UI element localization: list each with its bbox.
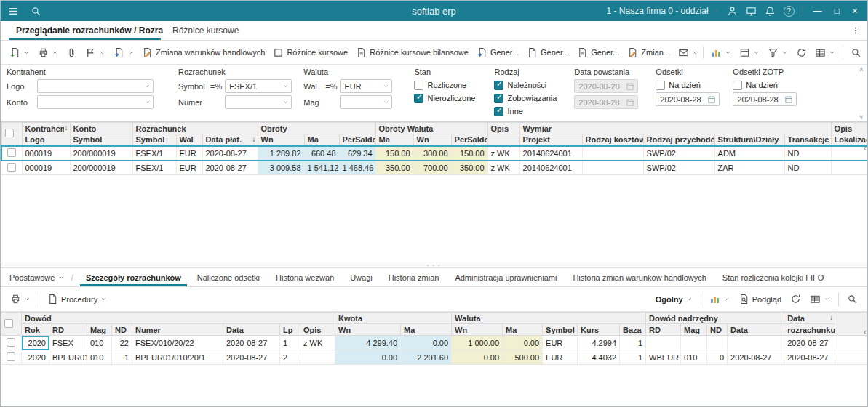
row-checkbox[interactable] (1, 350, 22, 365)
column-header[interactable]: Wal (176, 134, 202, 146)
column-header[interactable]: Ma (503, 324, 543, 336)
generuj-button-3[interactable]: Gener... (573, 44, 623, 61)
cell[interactable]: 2020-08-27 (202, 161, 258, 175)
tabbar-overflow-menu[interactable] (844, 21, 867, 40)
column-header[interactable]: Symbol (70, 134, 132, 146)
cell[interactable]: 1 (280, 336, 300, 350)
cell[interactable]: 150.00 (375, 146, 413, 161)
cell[interactable]: EUR (176, 146, 202, 161)
checkbox-inne[interactable]: Inne (494, 105, 557, 117)
cell[interactable]: 3 009.58 (258, 161, 304, 175)
splitter-handle[interactable] (1, 262, 867, 268)
column-header[interactable]: Wn (452, 324, 503, 336)
column-header[interactable]: Rodzaj kosztów (582, 134, 643, 146)
column-header[interactable]: Projekt (519, 134, 582, 146)
tab-roznice-kursowe[interactable]: Różnice kursowe (163, 21, 248, 40)
print-button[interactable] (34, 44, 62, 61)
grid-row[interactable]: 2020BPEUR010101BPEUR01/010/20/12020-08-2… (1, 350, 867, 365)
flag-button[interactable] (81, 44, 109, 61)
cell[interactable]: SWP/02 (643, 146, 714, 161)
column-header[interactable]: Kurs (578, 324, 620, 336)
cell[interactable] (646, 336, 681, 350)
column-header[interactable]: Mag (681, 324, 707, 336)
cell[interactable]: ZAR (714, 161, 784, 175)
cell[interactable]: 2020 (22, 336, 49, 350)
generuj-button-2[interactable]: Gener... (523, 44, 573, 61)
row-checkbox[interactable] (1, 336, 22, 350)
cell[interactable] (831, 161, 867, 175)
column-group-header[interactable]: Kontrahent↓ (22, 123, 70, 134)
column-header[interactable]: Symbol (132, 134, 176, 146)
column-group-header[interactable]: Dowód (22, 313, 335, 324)
details-grid[interactable]: DowódKwotaWalutaDowód nadrzędnyData↓RokR… (1, 312, 867, 365)
cell[interactable]: 010 (681, 350, 707, 365)
column-header[interactable]: Opis (300, 324, 335, 336)
new-document-button[interactable] (6, 44, 33, 61)
column-group-header[interactable]: Data↓ (784, 313, 835, 324)
column-group-header[interactable]: Rozrachunek (132, 123, 258, 134)
cell[interactable]: 4.4032 (578, 350, 620, 365)
column-group-header[interactable]: Dowód nadrzędny (646, 313, 784, 324)
cell[interactable]: FSEX/1 (132, 146, 176, 161)
checkbox-nierozliczone[interactable]: Nierozliczone (414, 92, 475, 104)
filter-scroll-up[interactable] (859, 65, 864, 73)
cell[interactable]: EUR (543, 350, 578, 365)
numer-combobox[interactable] (225, 95, 292, 109)
column-group-header[interactable]: Obroty (258, 123, 375, 134)
column-group-header[interactable]: Wymiar (519, 123, 831, 134)
column-header[interactable]: Wn (335, 324, 401, 336)
column-group-header[interactable]: Opis (831, 123, 867, 134)
column-header[interactable] (487, 134, 519, 146)
wal-combobox[interactable]: EUR (340, 79, 392, 93)
maximize-button[interactable]: □ (832, 6, 842, 16)
cell[interactable]: 660.48 (304, 146, 339, 161)
user-icon[interactable] (727, 6, 738, 17)
column-header[interactable]: Wn (258, 134, 304, 146)
cell[interactable] (582, 161, 643, 175)
zmien-button[interactable]: Zmian... (624, 44, 674, 61)
cell[interactable]: 4 299.40 (335, 336, 401, 350)
detail-refresh-button[interactable] (787, 291, 805, 307)
panels-button[interactable] (736, 44, 763, 61)
cell[interactable]: 2 201.60 (401, 350, 452, 365)
cell[interactable]: 0 (707, 350, 728, 365)
cell[interactable]: ND (784, 146, 831, 161)
column-header[interactable]: Data (728, 324, 784, 336)
operator-selector[interactable]: =% (325, 82, 337, 91)
column-header[interactable]: Ma (375, 134, 413, 146)
row-checkbox[interactable] (1, 146, 22, 161)
cell[interactable]: 2020-08-27 (202, 146, 258, 161)
grid-settings-button[interactable] (811, 44, 839, 61)
column-group-header[interactable]: Opis (487, 123, 519, 134)
cell[interactable]: z WK (487, 146, 519, 161)
cell[interactable]: 2020-08-27 (784, 336, 835, 350)
filter-collapse-arrow[interactable] (859, 113, 864, 121)
column-header[interactable]: Symbol (543, 324, 578, 336)
cell[interactable]: 0.00 (335, 350, 401, 365)
cell[interactable]: 1 000.00 (452, 336, 503, 350)
mag-combobox[interactable] (340, 95, 392, 109)
column-header[interactable]: Logo (22, 134, 70, 146)
cell[interactable]: 500.00 (503, 350, 543, 365)
checkbox-zobowiazania[interactable]: Zobowiązania (494, 92, 557, 104)
column-header[interactable]: rozrachunku (784, 324, 835, 336)
global-search-icon[interactable] (31, 6, 41, 17)
cell[interactable]: 2020-08-27 (223, 336, 280, 350)
column-header[interactable]: PerSaldo (451, 134, 487, 146)
column-group-header[interactable]: Waluta (452, 313, 646, 324)
search-button[interactable] (847, 44, 865, 61)
filter-settings-button[interactable] (764, 44, 792, 61)
cell[interactable]: 350.00 (375, 161, 413, 175)
cell[interactable] (831, 146, 867, 161)
cell[interactable]: z WK (487, 161, 519, 175)
data-powstania-od-field[interactable]: 2020-08-28 (574, 79, 638, 93)
cell[interactable]: ND (784, 161, 831, 175)
symbol-combobox[interactable]: FSEX/1 (225, 79, 292, 93)
select-all-checkbox[interactable] (1, 123, 22, 146)
cell[interactable]: 200/000019 (70, 161, 132, 175)
detail-tab-szczegoly[interactable]: Szczegóły rozrachunków (78, 268, 189, 286)
konto-combobox[interactable] (37, 95, 154, 109)
hamburger-menu-icon[interactable] (8, 6, 19, 17)
cell[interactable]: 22 (112, 336, 132, 350)
column-header[interactable]: RD (49, 324, 87, 336)
